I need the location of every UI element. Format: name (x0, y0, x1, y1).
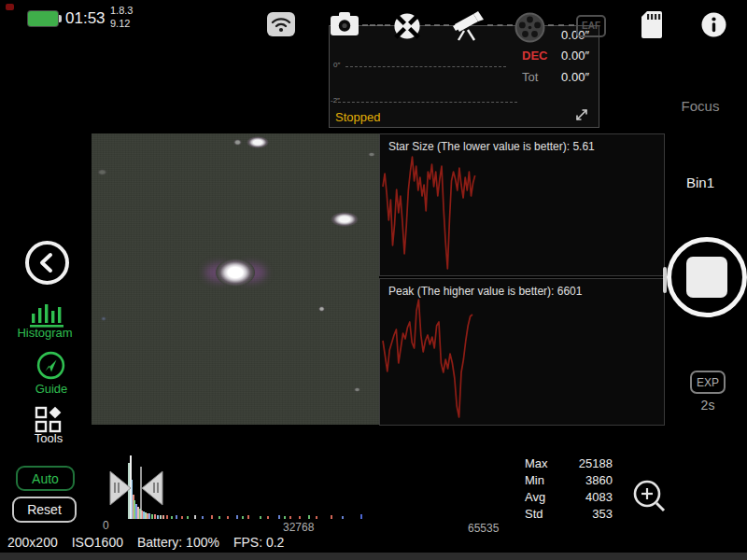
crosshair-icon (392, 12, 422, 40)
peak-line-chart (380, 298, 666, 421)
star-blob (101, 316, 106, 321)
histogram-tool-button[interactable] (29, 301, 64, 329)
star-blob (247, 136, 269, 148)
guide-tool-button[interactable] (36, 351, 65, 380)
equipment-chain-connector (487, 24, 513, 26)
image-histogram-chart[interactable] (101, 452, 521, 521)
main-camera-button[interactable] (331, 12, 359, 36)
tools-button[interactable] (35, 406, 63, 434)
white-level-slider-handle[interactable] (142, 471, 162, 505)
target-crosshair-button[interactable] (392, 12, 422, 40)
expand-guide-panel-button[interactable] (572, 106, 591, 123)
home-indicator-area (0, 553, 747, 560)
sd-card-icon (641, 11, 662, 38)
dec-value: 0.00″ (529, 49, 589, 63)
iso-text: ISO1600 (72, 535, 123, 550)
tools-icon (35, 406, 63, 434)
equipment-chain-connector (362, 24, 390, 26)
guide-status-text: Stopped (335, 110, 380, 124)
scroll-indicator (663, 267, 667, 293)
stat-label: Std (525, 507, 543, 524)
stat-row-std: Std 353 (525, 507, 613, 524)
guide-arrow-icon (36, 351, 65, 380)
star-blob (354, 387, 360, 392)
capture-info-bar: 200x200 ISO1600 Battery: 100% FPS: 0.2 (0, 532, 747, 553)
stat-label: Max (525, 456, 548, 473)
star-blob (97, 169, 107, 175)
reset-stretch-button[interactable]: Reset (12, 497, 77, 523)
stat-row-max: Max 25188 (525, 456, 613, 473)
histogram-icon (29, 301, 64, 329)
stat-value: 353 (592, 507, 613, 524)
equipment-chain-connector (548, 24, 574, 26)
wifi-button[interactable] (267, 12, 295, 36)
magnifier-plus-icon (631, 478, 669, 515)
battery-tip (59, 15, 62, 22)
star-size-title: Star Size (The lower value is better): 5… (388, 140, 595, 153)
camera-icon (331, 12, 359, 36)
sd-card-button[interactable] (641, 11, 662, 38)
record-indicator-icon (6, 4, 14, 10)
star-size-line-chart (380, 153, 666, 275)
focus-mode-label: Focus (663, 98, 738, 114)
resolution-text: 200x200 (7, 535, 58, 550)
chevron-left-icon (29, 245, 65, 281)
binning-label: Bin1 (663, 175, 738, 190)
back-button[interactable] (25, 241, 69, 285)
stat-value: 4083 (585, 490, 613, 507)
star-blob (368, 152, 375, 157)
firmware-version: 9.12 (110, 18, 130, 29)
info-button[interactable] (701, 12, 726, 37)
filter-wheel-button-disabled[interactable] (514, 12, 545, 43)
wifi-icon (269, 13, 293, 34)
eaf-icon-label: EAF (582, 21, 600, 31)
clock-time: 01:53 (65, 9, 106, 28)
asiair-app-screen: 01:53 1.8.3 9.12 (0, 0, 747, 560)
stat-value: 25188 (579, 456, 613, 473)
auto-stretch-button[interactable]: Auto (16, 466, 75, 491)
fps-text: FPS: 0.2 (233, 535, 284, 550)
guide-axis-neg2-label: -2″ (331, 96, 340, 105)
exposure-value: 2s (690, 398, 726, 413)
zoom-histogram-button[interactable] (631, 478, 669, 515)
stat-row-min: Min 3860 (525, 473, 613, 490)
guide-dec-row: DEC 0.00″ (330, 49, 599, 65)
guide-tot-row: Tot 0.00″ (330, 70, 599, 87)
histogram-stats: Max 25188 Min 3860 Avg 4083 Std 353 (525, 456, 613, 524)
star-blob (331, 212, 359, 227)
stop-capture-button[interactable] (667, 237, 747, 317)
star-blob (216, 259, 255, 287)
stat-value: 3860 (585, 473, 613, 490)
peak-graph-panel: Peak (The higher value is better): 6601 (379, 278, 665, 426)
telescope-button[interactable] (451, 10, 485, 41)
guide-tool-label: Guide (14, 382, 89, 396)
camera-preview-image[interactable] (92, 133, 379, 425)
equipment-chain-connector (425, 24, 449, 26)
telescope-icon (451, 10, 485, 41)
histogram-tick-0: 0 (103, 519, 109, 532)
eaf-focuser-button-disabled[interactable]: EAF (576, 15, 606, 37)
star-size-graph-panel: Star Size (The lower value is better): 5… (379, 133, 665, 276)
info-icon (701, 12, 726, 37)
stat-row-avg: Avg 4083 (525, 490, 613, 507)
tools-label: Tools (11, 431, 86, 445)
filter-wheel-icon (514, 12, 545, 43)
peak-title: Peak (The higher value is better): 6601 (388, 285, 582, 298)
exposure-button[interactable]: EXP (690, 371, 726, 394)
stat-label: Avg (525, 490, 545, 507)
stop-square-icon (686, 257, 727, 298)
black-level-slider-handle[interactable] (110, 471, 131, 505)
expand-icon (573, 106, 590, 123)
app-version: 1.8.3 (110, 5, 133, 16)
tot-value: 0.00″ (529, 70, 589, 84)
star-blob (233, 139, 242, 146)
guide-axis-neg2-line (338, 102, 517, 103)
guide-axis-zero-line (345, 66, 506, 67)
star-blob (318, 306, 325, 312)
stat-label: Min (525, 473, 544, 490)
histogram-tool-label: Histogram (7, 326, 82, 340)
battery-text: Battery: 100% (137, 535, 219, 550)
battery-icon (28, 11, 58, 26)
